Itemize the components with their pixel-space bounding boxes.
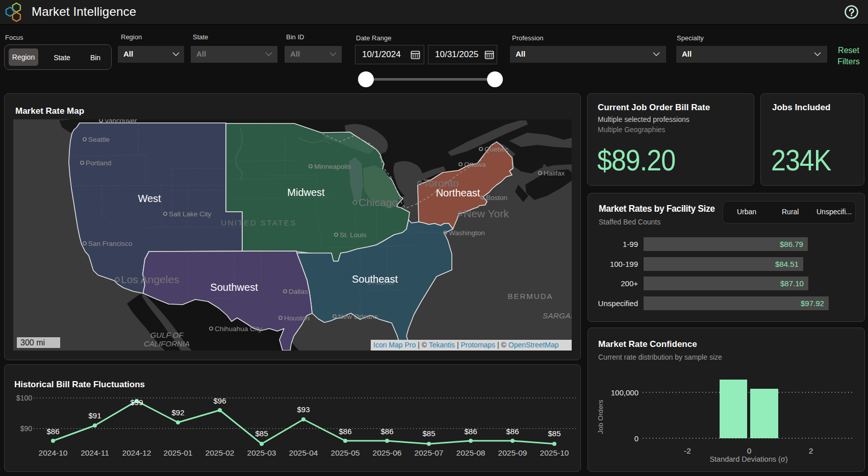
svg-text:$96: $96 — [213, 396, 226, 405]
svg-text:2025-05: 2025-05 — [331, 448, 360, 457]
svg-text:SARGASS: SARGASS — [543, 311, 572, 320]
svg-text:Standard Deviations (σ): Standard Deviations (σ) — [709, 455, 787, 463]
svg-text:$86: $86 — [46, 427, 59, 436]
svg-text:Washington: Washington — [449, 229, 485, 237]
svg-text:$86: $86 — [506, 427, 519, 436]
svg-text:Houston: Houston — [284, 314, 310, 322]
svg-text:Midwest: Midwest — [287, 187, 325, 198]
svg-text:0: 0 — [747, 446, 752, 455]
svg-text:2025-02: 2025-02 — [206, 448, 235, 457]
svg-text:2025-04: 2025-04 — [289, 448, 318, 457]
svg-text:Minneapolis: Minneapolis — [314, 163, 351, 170]
svg-text:Southwest: Southwest — [210, 282, 258, 293]
svg-text:300 mi: 300 mi — [20, 338, 45, 347]
svg-text:2025-01: 2025-01 — [164, 448, 193, 457]
svg-text:Icon Map Pro | © Tekantis | Pr: Icon Map Pro | © Tekantis | Protomaps | … — [373, 341, 559, 349]
svg-text:Portland: Portland — [86, 159, 111, 167]
svg-text:2024-11: 2024-11 — [81, 448, 109, 457]
svg-text:Vancouver: Vancouver — [105, 119, 137, 124]
svg-text:GULF OF: GULF OF — [150, 331, 184, 339]
svg-text:Ottawa: Ottawa — [464, 161, 486, 168]
svg-text:2024-10: 2024-10 — [39, 448, 68, 457]
svg-text:2025-06: 2025-06 — [373, 448, 402, 457]
svg-text:Job Orders: Job Orders — [597, 399, 604, 434]
svg-text:Salt Lake City: Salt Lake City — [169, 210, 212, 218]
svg-text:2025-10: 2025-10 — [540, 448, 569, 457]
svg-text:BERMUDA: BERMUDA — [507, 292, 553, 300]
svg-text:Halifax: Halifax — [544, 169, 565, 177]
svg-text:$86: $86 — [339, 427, 351, 436]
svg-text:San Francisco: San Francisco — [88, 240, 132, 247]
svg-text:2024-12: 2024-12 — [122, 448, 151, 457]
svg-text:St. Louis: St. Louis — [340, 231, 367, 239]
svg-text:UNITED STATES: UNITED STATES — [221, 218, 297, 227]
svg-text:$99: $99 — [130, 398, 143, 407]
svg-text:$100: $100 — [16, 394, 32, 402]
svg-text:$91: $91 — [88, 411, 101, 420]
svg-text:Chicago: Chicago — [359, 196, 398, 208]
svg-text:$86: $86 — [380, 427, 393, 436]
svg-text:-2: -2 — [684, 446, 691, 455]
svg-text:2025-07: 2025-07 — [415, 448, 444, 457]
svg-text:Los Angeles: Los Angeles — [121, 273, 179, 285]
svg-text:$86: $86 — [464, 427, 477, 436]
svg-text:Seattle: Seattle — [88, 136, 110, 143]
svg-text:New York: New York — [464, 208, 509, 219]
svg-text:Chihuahua City: Chihuahua City — [215, 325, 262, 333]
svg-text:Boston: Boston — [486, 194, 507, 202]
svg-text:2025-08: 2025-08 — [456, 448, 486, 457]
svg-text:$85: $85 — [422, 429, 435, 438]
svg-text:2025-03: 2025-03 — [247, 448, 276, 457]
svg-text:$93: $93 — [297, 405, 310, 414]
svg-text:0: 0 — [634, 434, 639, 443]
svg-text:100,000: 100,000 — [611, 388, 639, 397]
svg-text:New Orleans: New Orleans — [338, 313, 378, 320]
svg-text:$85: $85 — [255, 429, 268, 438]
svg-text:$90: $90 — [20, 424, 33, 433]
svg-text:CALIFORNIA: CALIFORNIA — [144, 339, 190, 348]
svg-text:2: 2 — [809, 446, 813, 455]
svg-text:$92: $92 — [171, 408, 184, 417]
svg-text:$85: $85 — [548, 429, 560, 438]
svg-text:Dallas: Dallas — [289, 288, 308, 295]
svg-text:2025-09: 2025-09 — [498, 448, 527, 457]
svg-text:Southeast: Southeast — [352, 273, 398, 285]
svg-text:West: West — [138, 193, 161, 204]
svg-text:Quebec: Quebec — [484, 145, 509, 153]
svg-text:Northeast: Northeast — [436, 187, 480, 198]
